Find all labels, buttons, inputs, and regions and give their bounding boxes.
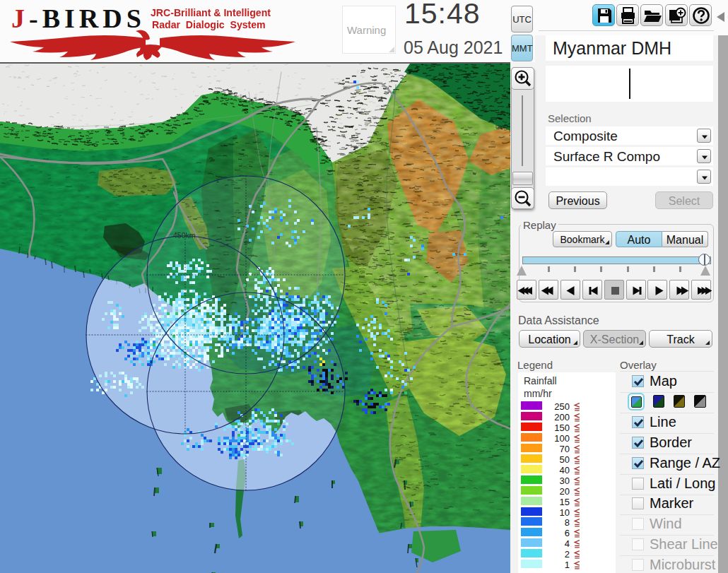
svg-text:450km: 450km <box>173 231 196 240</box>
